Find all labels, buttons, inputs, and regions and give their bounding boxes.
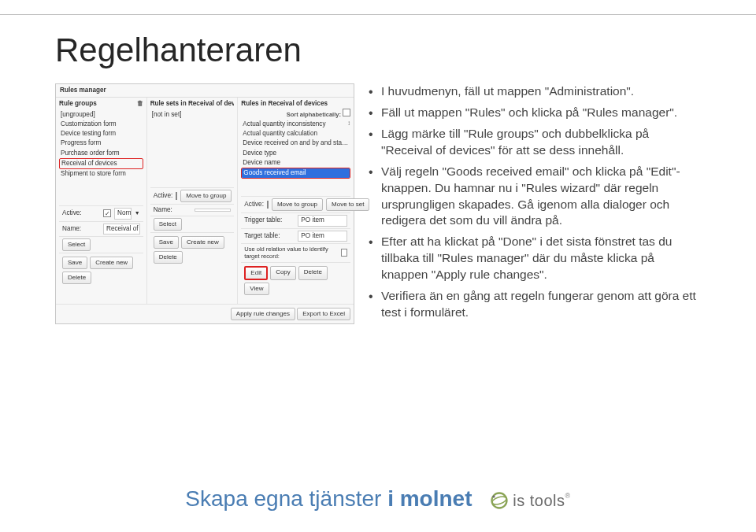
bullet-list: I huvudmenyn, fäll ut mappen "Administra… [369, 83, 701, 326]
list-item[interactable]: Device name [241, 158, 350, 168]
list-item-selected[interactable]: Goods received email [242, 168, 350, 178]
list-item-selected[interactable]: Receival of devices [59, 158, 143, 169]
delete-button[interactable]: Delete [298, 266, 328, 280]
trigger-value: PO item [298, 215, 347, 226]
select-button[interactable]: Select [154, 218, 182, 231]
select-row: Select [59, 236, 143, 253]
export-to-excel-button[interactable]: Export to Excel [297, 308, 350, 320]
oldrel-row: Use old relation value to identify targe… [241, 243, 350, 262]
rule-sets-list[interactable]: [not in set] [150, 110, 235, 120]
name-row: Name: [150, 204, 235, 216]
target-label: Target table: [244, 232, 295, 240]
name-label: Name: [154, 206, 191, 214]
name-label: Name: [62, 225, 100, 233]
list-item[interactable]: Customization form [59, 120, 143, 129]
rule-groups-header: Rule groups 🗑 [59, 100, 143, 108]
slide-body: Regelhanteraren Rules manager Rule group… [0, 0, 756, 326]
select-button[interactable]: Select [62, 238, 91, 251]
screenshot-title: Rules manager [56, 84, 354, 98]
apply-rule-changes-button[interactable]: Apply rule changes [231, 308, 295, 320]
active-checkbox[interactable] [267, 201, 269, 209]
footer-part2: i molnet [387, 486, 472, 511]
rule-sets-column: Rule sets in Receival of devices [not in… [147, 98, 239, 303]
create-new-button[interactable]: Create new [90, 257, 133, 269]
trash-icon[interactable]: 🗑 [137, 100, 143, 108]
rules-manager-screenshot: Rules manager Rule groups 🗑 [ungrouped] … [55, 83, 354, 324]
trigger-label: Trigger table: [244, 216, 295, 224]
screenshot-footer-buttons: Apply rule changes Export to Excel [56, 304, 354, 323]
svg-point-0 [492, 493, 507, 508]
list-item[interactable]: Actual quantity inconsistency [241, 120, 347, 129]
move-to-group-button[interactable]: Move to group [272, 198, 323, 211]
rules-list[interactable]: ↕ Actual quantity inconsistency Actual q… [241, 120, 350, 179]
list-item[interactable]: Shipment to store form [59, 169, 143, 179]
list-item[interactable]: Progress form [59, 139, 143, 148]
footer-text: Skapa egna tjänster i molnet [185, 486, 478, 511]
chevron-down-icon[interactable]: ▼ [135, 210, 140, 217]
select-row: Select [150, 216, 235, 232]
list-item[interactable]: [not in set] [150, 110, 235, 120]
name-row: Name: Receival of devices [59, 221, 143, 236]
logo-mark-icon [489, 492, 510, 509]
list-item-selected-wrap[interactable]: Goods received email [241, 168, 350, 179]
bullet-item: Efter att ha klickat på "Done" i det sis… [369, 234, 701, 283]
list-item[interactable]: Device type [241, 149, 350, 158]
bullet-item: Välj regeln "Goods received email" och k… [369, 164, 701, 230]
target-row: Target table: PO item [241, 228, 350, 243]
rules-header-text: Rules in Receival of devices [241, 100, 328, 107]
edit-button[interactable]: Edit [244, 266, 268, 280]
col3-buttons: Edit Copy Delete View [241, 262, 350, 299]
slide-title: Regelhanteraren [55, 31, 701, 69]
move-to-set-button[interactable]: Move to set [326, 198, 369, 211]
delete-button[interactable]: Delete [154, 251, 183, 264]
active-row: Active: Move to group [150, 187, 235, 204]
istools-logo: is tools® [489, 492, 570, 510]
col2-buttons: Save Create new Delete [150, 232, 235, 268]
rule-groups-list[interactable]: [ungrouped] Customization form Device te… [59, 110, 143, 179]
list-item[interactable]: [ungrouped] [59, 110, 143, 120]
sort-label: Sort alphabetically: [287, 109, 350, 118]
list-item[interactable]: Purchase order form [59, 149, 143, 158]
active-label: Active: [154, 192, 173, 200]
list-item[interactable]: Device received on and by and status [241, 139, 350, 148]
bullet-item: Lägg märke till "Rule groups" och dubbel… [369, 126, 701, 159]
list-item[interactable]: Actual quantity calculation [241, 129, 350, 139]
updown-icon[interactable]: ↕ [347, 120, 350, 127]
bullet-item: Fäll ut mappen "Rules" och klicka på "Ru… [369, 105, 701, 121]
logo-text-label: is tools [513, 492, 565, 509]
col1-buttons: Save Create new Delete [59, 253, 143, 288]
target-value: PO item [298, 231, 347, 242]
trigger-row: Trigger table: PO item [241, 212, 350, 227]
view-button[interactable]: View [244, 283, 269, 295]
logo-text: is tools® [513, 492, 570, 510]
content-row: Rules manager Rule groups 🗑 [ungrouped] … [55, 83, 701, 326]
oldrel-checkbox[interactable] [341, 249, 347, 257]
save-button[interactable]: Save [62, 257, 87, 269]
name-input[interactable] [195, 209, 232, 212]
sort-text: Sort alphabetically: [287, 111, 341, 118]
oldrel-label: Use old relation value to identify targe… [244, 246, 337, 260]
active-row: Active: ✓ Normal ▼ [59, 205, 143, 220]
rule-groups-column: Rule groups 🗑 [ungrouped] Customization … [56, 98, 147, 303]
create-new-button[interactable]: Create new [181, 236, 224, 249]
bullet-item: Verifiera än en gång att regeln fungerar… [369, 288, 701, 321]
delete-button[interactable]: Delete [62, 272, 91, 284]
active-label: Active: [62, 209, 100, 217]
active-checkbox[interactable]: ✓ [103, 209, 111, 217]
copy-button[interactable]: Copy [270, 266, 296, 280]
move-to-group-button[interactable]: Move to group [180, 190, 232, 202]
name-input[interactable]: Receival of devices [103, 224, 140, 235]
sort-checkbox[interactable] [343, 109, 350, 116]
save-button[interactable]: Save [154, 236, 179, 249]
screenshot-columns: Rule groups 🗑 [ungrouped] Customization … [56, 98, 354, 303]
svg-point-2 [493, 495, 495, 497]
slide-footer: Skapa egna tjänster i molnet is tools® [0, 486, 756, 512]
rules-header: Rules in Receival of devices Sort alphab… [241, 100, 350, 118]
bullet-item: I huvudmenyn, fäll ut mappen "Administra… [369, 83, 701, 100]
rule-sets-header: Rule sets in Receival of devices [150, 100, 235, 108]
footer-part1: Skapa egna tjänster [185, 486, 387, 511]
active-checkbox[interactable] [176, 192, 177, 200]
active-mode[interactable]: Normal [114, 208, 132, 219]
list-item[interactable]: Device testing form [59, 129, 143, 139]
rules-column: Rules in Receival of devices Sort alphab… [238, 98, 354, 303]
